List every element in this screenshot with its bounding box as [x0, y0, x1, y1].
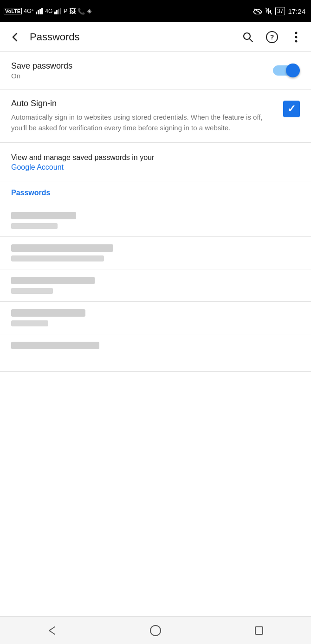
phone-icon: 📞 [78, 8, 85, 15]
password-item-3[interactable] [0, 269, 311, 302]
more-options-button[interactable] [285, 26, 307, 48]
auto-signin-checkbox[interactable]: ✓ [283, 101, 300, 117]
help-button[interactable]: ? [261, 26, 283, 48]
passwords-section-title: Passwords [11, 189, 300, 197]
signal-4g-plus: 4G⁺ [24, 8, 34, 14]
svg-point-14 [295, 36, 298, 38]
asterisk-icon: ✳ [87, 8, 92, 15]
password-user-2 [11, 255, 104, 261]
page-title: Passwords [26, 31, 237, 43]
search-button[interactable] [237, 26, 259, 48]
svg-rect-6 [58, 9, 59, 14]
passwords-section-header: Passwords [0, 181, 311, 204]
google-account-link[interactable]: Google Account [11, 163, 64, 171]
signal-4g: 4G [45, 8, 52, 14]
svg-rect-3 [41, 8, 43, 14]
nav-home-button[interactable] [142, 619, 169, 642]
password-user-3 [11, 288, 53, 294]
auto-signin-label: Auto Sign-in [11, 99, 276, 108]
save-passwords-toggle[interactable] [273, 64, 300, 77]
status-right-icons: 37 17:24 [253, 7, 305, 15]
password-item-4[interactable] [0, 302, 311, 334]
svg-point-15 [295, 40, 298, 42]
p-icon: P [64, 8, 67, 14]
password-user-4 [11, 320, 48, 326]
svg-rect-0 [36, 12, 37, 14]
password-user-1 [11, 223, 58, 229]
svg-rect-4 [54, 12, 56, 14]
password-item-1[interactable] [0, 204, 311, 237]
auto-signin-row[interactable]: Auto Sign-in Automatically sign in to we… [0, 89, 311, 143]
svg-rect-17 [255, 627, 263, 634]
svg-rect-7 [60, 8, 61, 14]
svg-rect-5 [56, 10, 58, 14]
save-passwords-status: On [11, 72, 273, 80]
mute-icon [265, 7, 272, 15]
app-bar: Passwords ? [0, 22, 311, 52]
svg-line-10 [250, 38, 253, 42]
auto-signin-text: Auto Sign-in Automatically sign in to we… [11, 99, 283, 133]
toggle-thumb [286, 64, 300, 77]
svg-point-16 [150, 625, 161, 636]
password-domain-5 [11, 342, 99, 349]
nav-back-button[interactable] [38, 619, 66, 642]
auto-signin-description: Automatically sign in to websites using … [11, 112, 276, 133]
nav-bar [0, 616, 311, 644]
password-domain-3 [11, 277, 95, 284]
google-account-section: View and manage saved passwords in your … [0, 143, 311, 181]
save-passwords-row[interactable]: Save passwords On [0, 52, 311, 89]
save-passwords-label: Save passwords [11, 61, 273, 71]
status-bar: VoLTE 4G⁺ 4G P 🖼 📞 ✳ 37 17:24 [0, 0, 311, 22]
photo-icon: 🖼 [69, 7, 76, 15]
back-button[interactable] [4, 26, 26, 48]
svg-rect-2 [39, 9, 41, 14]
password-item-2[interactable] [0, 237, 311, 269]
password-domain-1 [11, 212, 76, 219]
checkmark-icon: ✓ [287, 103, 296, 115]
volte-icon: VoLTE [4, 8, 22, 14]
signal-bars-1 [36, 8, 43, 14]
eye-off-icon [253, 8, 262, 14]
password-item-5[interactable] [0, 334, 311, 372]
battery-icon: 37 [275, 7, 285, 15]
svg-text:?: ? [270, 33, 274, 41]
svg-point-13 [295, 32, 298, 34]
nav-recents-button[interactable] [245, 619, 273, 642]
app-bar-actions: ? [237, 26, 307, 48]
signal-bars-2 [54, 8, 62, 14]
svg-rect-1 [38, 10, 39, 14]
password-domain-4 [11, 309, 85, 317]
save-passwords-text: Save passwords On [11, 61, 273, 80]
password-domain-2 [11, 244, 113, 252]
status-left-icons: VoLTE 4G⁺ 4G P 🖼 📞 ✳ [4, 7, 92, 15]
google-account-text: View and manage saved passwords in your [11, 153, 154, 161]
clock: 17:24 [288, 7, 305, 15]
